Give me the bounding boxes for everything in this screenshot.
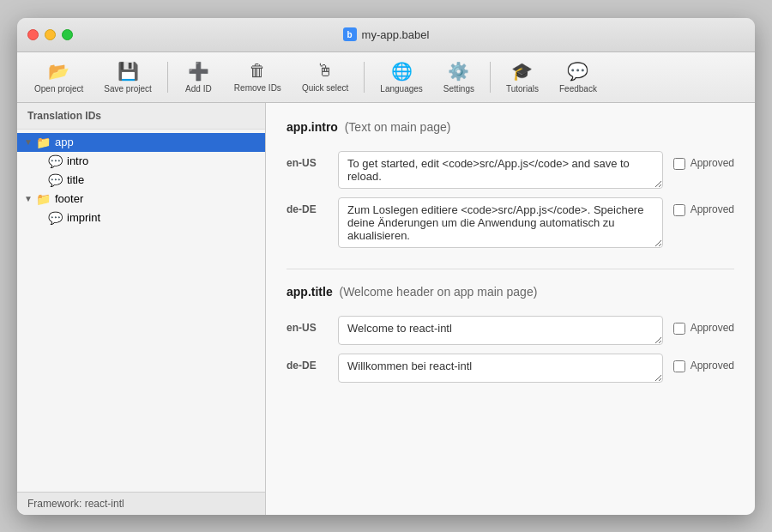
approved-label-title-en: Approved (691, 322, 734, 334)
app-icon: b (343, 27, 357, 41)
approved-label-intro-en: Approved (691, 157, 734, 169)
bubble-icon-imprint: 💬 (48, 211, 63, 225)
toolbar: 📂 Open project 💾 Save project ➕ Add ID 🗑… (17, 52, 755, 103)
languages-button[interactable]: 🌐 Languages (371, 57, 431, 97)
lang-label-intro-de: de-DE (286, 197, 328, 215)
bubble-icon-intro: 💬 (48, 154, 63, 168)
approved-section-title-de: Approved (673, 354, 734, 372)
content-area: app.intro (Text on main page) en-US To g… (266, 103, 755, 515)
section-key-app-title: app.title (286, 285, 333, 299)
translation-row-title-en: en-US Welcome to react-intl Approved (286, 316, 734, 345)
remove-ids-icon: 🗑 (249, 61, 266, 81)
title-text: my-app.babel (362, 28, 430, 41)
approved-checkbox-title-de[interactable] (673, 360, 685, 372)
quick-select-button[interactable]: 🖱 Quick select (293, 57, 357, 96)
translation-input-intro-de[interactable]: Zum Loslegen editiere <code>src/App.js</… (338, 197, 663, 248)
sidebar-item-imprint[interactable]: 💬 imprint (17, 209, 265, 227)
settings-icon: ⚙️ (448, 61, 469, 82)
tree-label-app: app (55, 136, 74, 148)
approved-checkbox-title-en[interactable] (673, 323, 685, 335)
tree-label-footer: footer (55, 192, 83, 205)
lang-label-title-en: en-US (286, 316, 328, 334)
lang-label-intro-en: en-US (286, 151, 328, 169)
section-key-app-intro: app.intro (286, 120, 338, 134)
approved-section-intro-de: Approved (673, 197, 734, 216)
sidebar-header-text: Translation IDs (27, 110, 101, 122)
sidebar-item-footer[interactable]: ▼ 📁 footer (17, 190, 265, 209)
sidebar: Translation IDs ▼ 📁 app 💬 intro (17, 103, 266, 515)
traffic-lights (27, 29, 73, 40)
expand-arrow-footer: ▼ (24, 194, 36, 203)
approved-checkbox-intro-en[interactable] (673, 158, 685, 170)
save-project-button[interactable]: 💾 Save project (95, 57, 160, 97)
translation-input-intro-en[interactable]: To get started, edit <code>src/App.js</c… (338, 151, 663, 189)
save-project-icon: 💾 (118, 61, 139, 82)
sidebar-tree: ▼ 📁 app 💬 intro 💬 title (17, 130, 265, 492)
open-project-label: Open project (34, 84, 83, 94)
approved-checkbox-intro-de[interactable] (673, 204, 685, 216)
folder-icon-footer: 📁 (36, 192, 51, 206)
translation-row-intro-en: en-US To get started, edit <code>src/App… (286, 151, 734, 189)
tree-label-intro: intro (67, 154, 88, 167)
open-project-icon: 📂 (48, 61, 69, 82)
section-app-intro: app.intro (Text on main page) en-US To g… (286, 120, 734, 248)
tree-label-imprint: imprint (67, 211, 100, 224)
translation-input-title-en[interactable]: Welcome to react-intl (338, 316, 663, 345)
translation-row-title-de: de-DE Willkommen bei react-intl Approved (286, 354, 734, 383)
approved-section-intro-en: Approved (673, 151, 734, 170)
app-window: b my-app.babel 📂 Open project 💾 Save pro… (17, 18, 755, 515)
sidebar-item-app[interactable]: ▼ 📁 app (17, 133, 265, 152)
framework-status: Framework: react-intl (27, 498, 124, 510)
settings-button[interactable]: ⚙️ Settings (435, 57, 483, 97)
section-header-app-title: app.title (Welcome header on app main pa… (286, 285, 734, 305)
toolbar-separator-3 (490, 62, 491, 93)
minimize-button[interactable] (45, 29, 56, 40)
toolbar-separator-2 (364, 62, 365, 93)
tutorials-button[interactable]: 🎓 Tutorials (498, 57, 547, 97)
section-divider (286, 269, 734, 269)
add-id-icon: ➕ (188, 61, 209, 82)
titlebar: b my-app.babel (17, 18, 755, 52)
close-button[interactable] (27, 29, 39, 40)
bubble-icon-title: 💬 (48, 173, 63, 187)
sidebar-status: Framework: react-intl (17, 492, 265, 515)
languages-label: Languages (380, 84, 423, 94)
quick-select-label: Quick select (302, 83, 348, 93)
remove-ids-button[interactable]: 🗑 Remove IDs (226, 57, 290, 96)
section-header-app-intro: app.intro (Text on main page) (286, 120, 734, 141)
add-id-label: Add ID (185, 84, 212, 94)
sidebar-item-title[interactable]: 💬 title (17, 171, 265, 190)
section-desc-app-intro: Text on main page (348, 120, 446, 134)
sidebar-header: Translation IDs (17, 103, 265, 130)
add-id-button[interactable]: ➕ Add ID (175, 57, 222, 97)
languages-icon: 🌐 (391, 61, 413, 82)
remove-ids-label: Remove IDs (234, 83, 281, 93)
translation-row-intro-de: de-DE Zum Loslegen editiere <code>src/Ap… (286, 197, 734, 248)
feedback-label: Feedback (559, 84, 597, 94)
section-desc-app-title: Welcome header on app main page (343, 285, 534, 299)
section-app-title: app.title (Welcome header on app main pa… (286, 285, 734, 383)
feedback-button[interactable]: 💬 Feedback (551, 57, 606, 97)
feedback-icon: 💬 (567, 61, 588, 82)
sidebar-item-intro[interactable]: 💬 intro (17, 152, 265, 171)
translation-input-title-de[interactable]: Willkommen bei react-intl (338, 354, 663, 383)
toolbar-separator-1 (167, 62, 168, 93)
quick-select-icon: 🖱 (317, 61, 334, 81)
window-title: b my-app.babel (343, 27, 430, 41)
approved-label-title-de: Approved (691, 360, 734, 372)
tree-label-title: title (67, 173, 84, 186)
save-project-label: Save project (104, 84, 152, 94)
open-project-button[interactable]: 📂 Open project (26, 57, 92, 97)
tutorials-label: Tutorials (506, 84, 539, 94)
settings-label: Settings (443, 84, 474, 94)
approved-label-intro-de: Approved (691, 203, 734, 215)
main-layout: Translation IDs ▼ 📁 app 💬 intro (17, 103, 755, 515)
tutorials-icon: 🎓 (511, 61, 533, 82)
maximize-button[interactable] (62, 29, 73, 40)
folder-icon-app: 📁 (36, 136, 51, 149)
lang-label-title-de: de-DE (286, 354, 328, 372)
approved-section-title-en: Approved (673, 316, 734, 335)
expand-arrow-app: ▼ (24, 137, 36, 147)
